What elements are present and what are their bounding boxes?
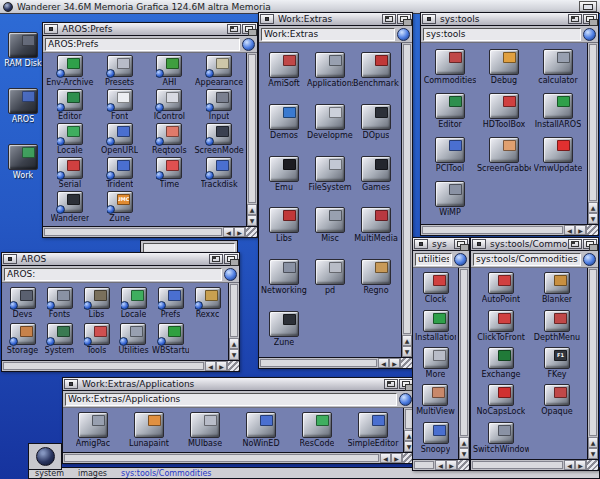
scroll-down-arrow[interactable]: ▼ — [459, 448, 469, 459]
window-titlebar[interactable]: sys — [413, 238, 469, 251]
vscroll-knob[interactable] — [248, 54, 256, 203]
icon-emu[interactable]: Emu — [269, 156, 299, 193]
resize-gadget[interactable] — [227, 361, 239, 371]
zoom-gadget[interactable] — [227, 24, 241, 34]
icon-screengrabber[interactable]: ScreenGrabber — [477, 137, 531, 174]
globe-button[interactable] — [583, 253, 596, 266]
globe-button[interactable] — [224, 268, 237, 281]
icon-trackdisk[interactable]: Trackdisk — [201, 157, 238, 190]
zoom-gadget[interactable] — [568, 239, 582, 249]
scroll-up-arrow[interactable]: ▲ — [588, 437, 598, 448]
icon-editor[interactable]: Editor — [435, 93, 465, 130]
icon-installation[interactable]: Installation — [415, 310, 456, 343]
scroll-left-arrow[interactable]: ◀ — [380, 453, 391, 463]
scroll-up-arrow[interactable]: ▲ — [459, 437, 469, 448]
icon-libs[interactable]: Libs — [269, 207, 299, 244]
icon-wbstartup[interactable]: WBStartup — [152, 323, 189, 356]
icon-filesystem[interactable]: FileSystem — [308, 156, 351, 193]
window-titlebar[interactable]: Work:Extras/Applications — [63, 378, 414, 391]
window-titlebar[interactable]: sys:tools — [421, 13, 598, 26]
vertical-scrollbar[interactable]: ▲▼ — [587, 43, 598, 224]
icon-locale[interactable]: Locale — [57, 123, 83, 156]
scroll-down-arrow[interactable]: ▼ — [247, 215, 257, 226]
horizontal-scrollbar[interactable]: ◀▶ — [259, 357, 412, 368]
hscroll-knob[interactable] — [472, 461, 563, 469]
icon-debug[interactable]: Debug — [489, 49, 519, 86]
icon-libs[interactable]: Libs — [84, 287, 110, 320]
icon-nowined[interactable]: NoWinED — [242, 412, 279, 449]
depth-gadget[interactable] — [242, 24, 256, 34]
icon-input[interactable]: Input — [206, 89, 232, 122]
globe-button[interactable] — [242, 38, 255, 51]
icon-vmwupdate[interactable]: VmwUpdate — [534, 137, 583, 174]
close-gadget[interactable] — [422, 14, 436, 24]
resize-gadget[interactable] — [457, 460, 469, 470]
depth-gadget[interactable] — [583, 14, 597, 24]
scroll-right-arrow[interactable]: ▶ — [389, 358, 400, 368]
globe-button[interactable] — [454, 253, 467, 266]
vscroll-knob[interactable] — [589, 44, 597, 201]
screen-depth-gadget[interactable] — [579, 1, 597, 12]
icon-muibase[interactable]: MUIbase — [188, 412, 222, 449]
icon-networking[interactable]: Networking — [261, 259, 307, 296]
hscroll-knob[interactable] — [3, 362, 204, 370]
horizontal-scrollbar[interactable]: ◀▶ — [63, 452, 414, 463]
vertical-scrollbar[interactable]: ▲▼ — [458, 268, 469, 459]
vertical-scrollbar[interactable]: ▲▼ — [228, 283, 239, 360]
scroll-up-arrow[interactable]: ▲ — [229, 338, 239, 349]
icon-hdtoolbox[interactable]: HDToolBox — [483, 93, 526, 130]
window-titlebar[interactable]: Work:Extras — [259, 13, 412, 26]
window-titlebar[interactable]: AROS — [2, 253, 239, 266]
scroll-right-arrow[interactable]: ▶ — [575, 225, 586, 235]
icon-time[interactable]: Time — [156, 157, 182, 190]
icon-pcitool[interactable]: PCITool — [435, 137, 465, 174]
path-field[interactable] — [415, 253, 452, 266]
icon-zune[interactable]: Zune — [269, 311, 299, 348]
scroll-left-arrow[interactable]: ◀ — [564, 460, 575, 470]
icon-blanker[interactable]: Blanker — [542, 272, 572, 305]
icon-nocapslock[interactable]: NoCapsLock — [477, 384, 526, 417]
icon-ahi[interactable]: AHI — [156, 55, 182, 88]
icon-clicktofront[interactable]: ClickToFront — [477, 310, 525, 343]
horizontal-scrollbar[interactable]: ◀▶ — [2, 360, 239, 371]
scroll-right-arrow[interactable]: ▶ — [234, 227, 245, 237]
icon-ram-disk[interactable]: RAM Disk — [2, 32, 44, 88]
icon-work[interactable]: Work — [2, 144, 44, 200]
icon-lunapaint[interactable]: Lunapaint — [129, 412, 169, 449]
icon-switchwindows[interactable]: SwitchWindows — [473, 422, 529, 455]
scroll-left-arrow[interactable]: ◀ — [564, 225, 575, 235]
path-field[interactable] — [261, 28, 395, 41]
depth-gadget[interactable] — [224, 254, 238, 264]
icon-multiview[interactable]: MultiView — [416, 384, 455, 417]
close-gadget[interactable] — [44, 24, 58, 34]
path-field[interactable] — [423, 28, 581, 41]
depth-gadget[interactable] — [397, 14, 411, 24]
vscroll-knob[interactable] — [460, 269, 468, 436]
icon-calculator[interactable]: calculator — [538, 49, 577, 86]
icon-multimedia[interactable]: MultiMedia — [354, 207, 398, 244]
icon-opaque[interactable]: Opaque — [541, 384, 572, 417]
horizontal-scrollbar[interactable]: ◀▶ — [43, 226, 257, 237]
close-gadget[interactable] — [260, 14, 274, 24]
hscroll-knob[interactable] — [414, 461, 434, 469]
scroll-up-arrow[interactable]: ▲ — [588, 202, 598, 213]
icon-demos[interactable]: Demos — [269, 104, 299, 141]
vscroll-knob[interactable] — [403, 44, 411, 334]
icon-development[interactable]: Development — [307, 104, 353, 141]
depth-gadget[interactable] — [454, 239, 468, 249]
hscroll-knob[interactable] — [44, 228, 222, 236]
depth-gadget[interactable] — [399, 379, 413, 389]
zoom-gadget[interactable] — [382, 14, 396, 24]
icon-prefs[interactable]: Prefs — [158, 287, 184, 320]
scroll-right-arrow[interactable]: ▶ — [446, 460, 457, 470]
icon-openurl[interactable]: OpenURL — [101, 123, 138, 156]
icon-reqtools[interactable]: Reqtools — [152, 123, 187, 156]
icon-utilities[interactable]: Utilities — [118, 323, 148, 356]
icon-commodities[interactable]: Commodities — [424, 49, 477, 86]
icon-system[interactable]: System — [45, 323, 75, 356]
hscroll-knob[interactable] — [260, 359, 377, 367]
icon-aros[interactable]: AROS — [2, 88, 44, 144]
hscroll-knob[interactable] — [422, 226, 563, 234]
icon-serial[interactable]: Serial — [57, 157, 83, 190]
vertical-scrollbar[interactable]: ▲▼ — [246, 53, 257, 226]
